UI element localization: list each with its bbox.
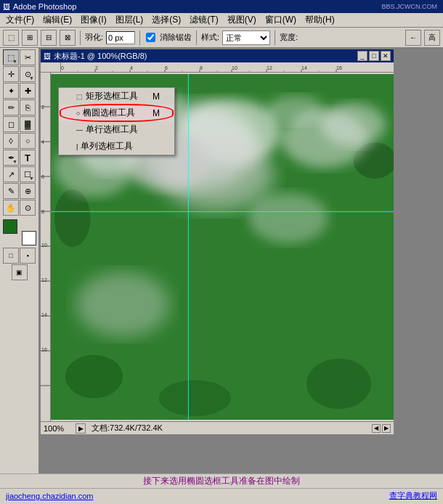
dodge-icon: ○ (25, 137, 31, 145)
menu-bar: 文件(F) 编辑(E) 图像(I) 图层(L) 选择(S) 滤镜(T) 视图(V… (0, 13, 443, 28)
menu-view[interactable]: 视图(V) (223, 12, 261, 28)
feather-input[interactable] (106, 31, 135, 44)
tool-arrow-3: ▼ (12, 159, 17, 164)
ruler-h-ticks (61, 62, 394, 73)
new-selection-btn[interactable]: ⬚ (3, 30, 19, 46)
ctx-ellipse-marquee[interactable]: ○ 椭圆选框工具 M (59, 105, 174, 121)
blur-icon: ◊ (9, 137, 12, 145)
document-title: 未标题-1 @ 100%(RGB/8) (54, 51, 357, 62)
ctx-ellipse-icon: ○ (76, 110, 80, 117)
menu-image[interactable]: 图像(I) (76, 12, 110, 28)
tool-row-2: ✛ ⊙ ▼ (3, 66, 36, 82)
maximize-btn[interactable]: □ (369, 51, 379, 61)
blur-btn[interactable]: ◊ (3, 133, 19, 149)
ruler-v-mark-2: 2 (41, 105, 44, 110)
subtract-selection-btn[interactable]: ⊟ (41, 30, 57, 46)
tool-arrow-2: ▼ (29, 76, 34, 81)
text-btn[interactable]: T (20, 150, 36, 166)
antialias-checkbox[interactable] (146, 33, 155, 42)
magic-wand-icon: ✦ (8, 86, 15, 96)
pen-btn[interactable]: ✒ ▼ (3, 150, 19, 166)
document-title-bar: 🖼 未标题-1 @ 100%(RGB/8) _ □ ✕ (41, 49, 394, 62)
move-tool-btn[interactable]: ✛ (3, 66, 19, 82)
back-btn[interactable]: ← (405, 30, 421, 46)
app-icon: 🖼 (3, 3, 10, 11)
svg-point-40 (249, 193, 328, 243)
quickmask-mode-btn[interactable]: ▪ (20, 248, 36, 264)
notes-icon: ✎ (8, 187, 15, 196)
toolbar: ⬚ ▼ ✂ ✛ ⊙ ▼ ✦ ✚ ✏ (0, 48, 39, 473)
stamp-btn[interactable]: ⎘ (20, 99, 36, 115)
lasso-tool-btn[interactable]: ⊙ ▼ (20, 66, 36, 82)
svg-point-38 (321, 103, 386, 146)
marquee-tool-btn[interactable]: ⬚ ▼ (3, 49, 19, 65)
tool-row-7: ✒ ▼ T (3, 150, 36, 166)
healing-btn[interactable]: ✚ (20, 83, 36, 99)
footer: jiaocheng.chazidian.com 查字典教程网 (0, 488, 443, 503)
ruler-v-mark-4: 4 (41, 139, 44, 145)
nav-buttons: ◀ ▶ (372, 424, 391, 433)
separator-4 (275, 31, 275, 45)
footer-right-link[interactable]: 查字典教程网 (389, 490, 437, 501)
minimize-btn[interactable]: _ (357, 51, 367, 61)
style-select[interactable]: 正常 固定大小 固定比例 (222, 31, 270, 45)
tool-row-3: ✦ ✚ (3, 83, 36, 99)
slice-icon: ✂ (25, 53, 31, 62)
ruler-v-mark-14: 14 (41, 312, 47, 317)
footer-left-link[interactable]: jiaocheng.chazidian.com (6, 492, 93, 500)
eraser-btn[interactable]: ◻ (3, 116, 19, 132)
magic-wand-btn[interactable]: ✦ (3, 83, 19, 99)
tool-row-9: ✎ ⊕ (3, 183, 36, 199)
intersect-selection-btn[interactable]: ⊠ (60, 30, 76, 46)
dodge-btn[interactable]: ○ (20, 133, 36, 149)
color-swatches (3, 219, 36, 245)
menu-select[interactable]: 选择(S) (147, 12, 185, 28)
slice-tool-btn[interactable]: ✂ (20, 49, 36, 65)
add-selection-btn[interactable]: ⊞ (22, 30, 38, 46)
tool-row-5: ◻ ▓ (3, 116, 36, 132)
svg-point-41 (267, 96, 324, 125)
ctx-single-col[interactable]: | 单列选框工具 (59, 138, 174, 155)
hand-btn[interactable]: ✋ (3, 200, 19, 216)
options-bar: ⬚ ⊞ ⊟ ⊠ 羽化: 消除锯齿 样式: 正常 固定大小 固定比例 宽度: ← … (0, 28, 443, 48)
forward-btn[interactable]: 高 (424, 30, 440, 46)
foreground-color[interactable] (3, 219, 17, 234)
eraser-icon: ◻ (8, 120, 15, 129)
menu-layer[interactable]: 图层(L) (111, 12, 148, 28)
gradient-btn[interactable]: ▓ (20, 116, 36, 132)
menu-filter[interactable]: 滤镜(T) (185, 12, 222, 28)
eyedropper-btn[interactable]: ⊕ (20, 183, 36, 199)
ruler-v-mark-10: 10 (41, 243, 47, 248)
ruler-h-marks: 0 2 4 6 8 10 12 14 16 (61, 62, 394, 72)
tool-row-8: ↗ ☐ ▼ (3, 166, 36, 182)
status-bar: 100% ▶ 文档:732.4K/732.4K ◀ ▶ (41, 421, 394, 434)
ruler-v-mark-16: 16 (41, 347, 47, 352)
nav-next-btn[interactable]: ▶ (382, 424, 391, 433)
antialias-label: 消除锯齿 (160, 32, 192, 43)
background-color[interactable] (22, 231, 36, 245)
zoom-btn[interactable]: ⊙ (20, 200, 36, 216)
status-arrow-btn[interactable]: ▶ (76, 423, 86, 434)
nav-prev-btn[interactable]: ◀ (372, 424, 381, 433)
menu-edit[interactable]: 编辑(E) (38, 12, 76, 28)
ctx-single-row[interactable]: — 单行选框工具 (59, 121, 174, 138)
watermark: BBS.JCWCN.COM (382, 3, 438, 10)
menu-window[interactable]: 窗口(W) (261, 12, 301, 28)
app-title: Adobe Photoshop (13, 2, 382, 11)
close-btn[interactable]: ✕ (381, 51, 391, 61)
move-icon: ✛ (8, 70, 15, 79)
screen-mode-btn[interactable]: ▣ (12, 264, 28, 280)
ruler-vertical: 2 4 6 8 10 12 14 16 (41, 73, 51, 421)
brush-btn[interactable]: ✏ (3, 99, 19, 115)
shape-btn[interactable]: ☐ ▼ (20, 166, 36, 182)
standard-mode-btn[interactable]: □ (3, 248, 19, 264)
menu-file[interactable]: 文件(F) (1, 12, 38, 28)
svg-point-30 (54, 190, 91, 247)
canvas-area: 🖼 未标题-1 @ 100%(RGB/8) _ □ ✕ 0 2 4 6 8 10 (39, 48, 443, 473)
notes-btn[interactable]: ✎ (3, 183, 19, 199)
menu-help[interactable]: 帮助(H) (301, 12, 339, 28)
separator-1 (80, 31, 81, 45)
path-select-btn[interactable]: ↗ (3, 166, 19, 182)
ctx-rect-marquee[interactable]: ⬚ 矩形选框工具 M (59, 88, 174, 105)
stamp-icon: ⎘ (25, 103, 31, 112)
